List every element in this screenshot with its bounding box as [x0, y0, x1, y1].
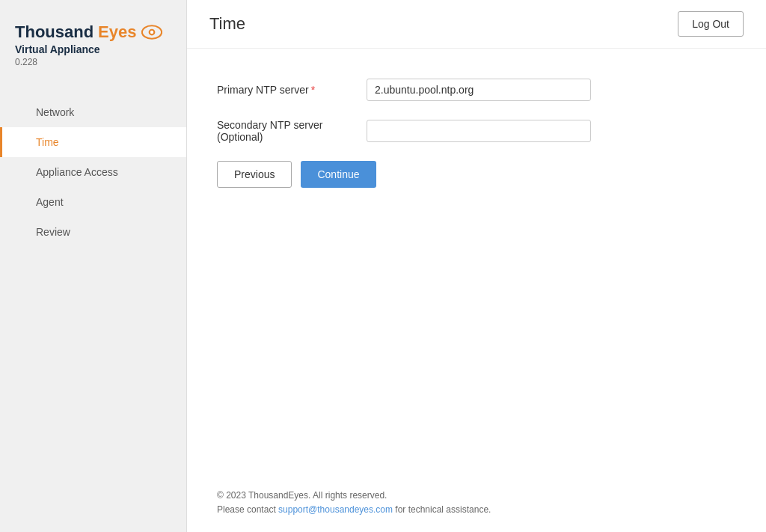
page-title: Time — [209, 14, 245, 34]
logo-area: ThousandEyes Virtual Appliance 0.228 — [0, 15, 186, 82]
primary-ntp-input[interactable] — [367, 79, 591, 101]
sidebar-item-review[interactable]: Review — [0, 217, 186, 247]
content-area: Primary NTP server* Secondary NTP server… — [187, 49, 766, 474]
logo-text-eyes: Eyes — [98, 22, 136, 42]
footer: © 2023 ThousandEyes. All rights reserved… — [187, 474, 766, 532]
continue-button[interactable]: Continue — [301, 161, 376, 188]
logo-version: 0.228 — [15, 57, 171, 67]
footer-contact: Please contact support@thousandeyes.com … — [217, 503, 736, 517]
header: Time Log Out — [187, 0, 766, 49]
button-row: Previous Continue — [217, 161, 736, 188]
logout-button[interactable]: Log Out — [678, 11, 744, 37]
sidebar-item-network[interactable]: Network — [0, 97, 186, 127]
secondary-ntp-input[interactable] — [367, 120, 591, 142]
sidebar-item-time[interactable]: Time — [0, 127, 186, 157]
logo-text-thousand: Thousand — [15, 22, 94, 42]
svg-point-2 — [150, 31, 153, 34]
footer-support-link[interactable]: support@thousandeyes.com — [278, 504, 393, 515]
primary-ntp-row: Primary NTP server* — [217, 79, 736, 101]
sidebar-item-agent[interactable]: Agent — [0, 187, 186, 217]
logo-subtitle: Virtual Appliance — [15, 43, 171, 55]
time-form: Primary NTP server* Secondary NTP server… — [217, 79, 736, 188]
previous-button[interactable]: Previous — [217, 161, 292, 188]
footer-copyright: © 2023 ThousandEyes. All rights reserved… — [217, 489, 736, 503]
logo-eye-icon — [141, 25, 162, 40]
secondary-ntp-label: Secondary NTP server (Optional) — [217, 119, 367, 143]
main-area: Time Log Out Primary NTP server* Seconda… — [187, 0, 766, 532]
sidebar: ThousandEyes Virtual Appliance 0.228 Net… — [0, 0, 187, 532]
sidebar-item-appliance-access[interactable]: Appliance Access — [0, 157, 186, 187]
primary-ntp-required: * — [311, 84, 315, 96]
secondary-ntp-row: Secondary NTP server (Optional) — [217, 119, 736, 143]
logo-title: ThousandEyes — [15, 22, 171, 42]
sidebar-nav: Network Time Appliance Access Agent Revi… — [0, 97, 186, 247]
primary-ntp-label: Primary NTP server* — [217, 84, 367, 96]
